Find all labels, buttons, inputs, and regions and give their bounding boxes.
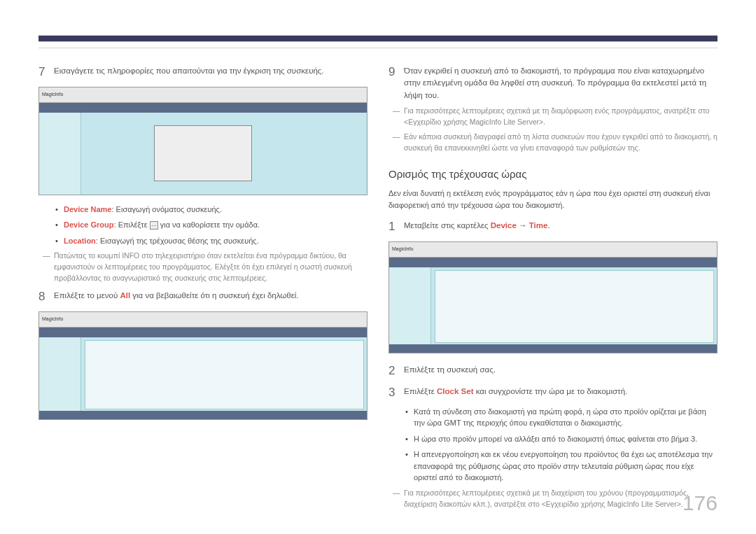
step-number: 1 — [388, 218, 404, 236]
step-text: Επιλέξτε το μενού All για να βεβαιωθείτε… — [54, 288, 368, 306]
note-dash-icon: ― — [43, 251, 54, 283]
content-columns: 7 Εισαγάγετε τις πληροφορίες που απαιτού… — [0, 42, 756, 514]
right-column: 9 Όταν εγκριθεί η συσκευή από το διακομι… — [388, 63, 718, 514]
screenshot-approve-device: MagicInfo — [38, 87, 368, 195]
field-label: Device Group — [64, 220, 114, 229]
step-8: 8 Επιλέξτε το μενού All για να βεβαιωθεί… — [38, 288, 368, 306]
field-label: Location — [64, 237, 96, 245]
note-text: Πατώντας το κουμπί INFO στο τηλεχειριστή… — [54, 251, 368, 283]
step-number: 7 — [38, 63, 54, 81]
step-text: Όταν εγκριθεί η συσκευή από το διακομιστ… — [404, 63, 718, 101]
step-number: 3 — [388, 384, 404, 402]
step-number: 9 — [388, 63, 404, 101]
step-text: Μεταβείτε στις καρτέλες Device → Time. — [404, 218, 718, 236]
note-info-button: ― Πατώντας το κουμπί INFO στο τηλεχειρισ… — [43, 251, 368, 283]
page-number: 176 — [682, 487, 718, 519]
field-label: Device Name — [64, 205, 112, 213]
note-schedule-config: ― Για περισσότερες λεπτομέρειες σχετικά … — [393, 106, 718, 128]
field-post: για να καθορίσετε την ομάδα. — [160, 220, 260, 229]
note-text: Για περισσότερες λεπτομέρειες σχετικά με… — [404, 106, 718, 128]
time-bullet-3: Η απενεργοποίηση και εκ νέου ενεργοποίησ… — [402, 449, 718, 484]
note-dash-icon: ― — [393, 488, 404, 510]
header-divider — [38, 48, 718, 48]
magicinfo-logo: MagicInfo — [42, 91, 63, 99]
screenshot-device-time: MagicInfo — [388, 241, 718, 353]
section-title-time: Ορισμός της τρέχουσας ώρας — [388, 167, 718, 183]
bullet-location: Location: Εισαγωγή της τρέχουσας θέσης τ… — [52, 235, 368, 247]
step-text: Εισαγάγετε τις πληροφορίες που απαιτούντ… — [54, 63, 368, 81]
step-text: Επιλέξτε Clock Set και συγχρονίστε την ώ… — [404, 384, 718, 402]
approve-dialog — [154, 125, 252, 181]
note-text: Εάν κάποια συσκευή διαγραφεί από τη λίστ… — [404, 132, 718, 154]
time-step-1: 1 Μεταβείτε στις καρτέλες Device → Time. — [388, 218, 718, 236]
step-text: Επιλέξτε τη συσκευή σας. — [404, 362, 718, 380]
time-bullet-1: Κατά τη σύνδεση στο διακομιστή για πρώτη… — [402, 406, 718, 429]
field-pre: Επιλέξτε — [118, 220, 148, 229]
bullet-device-name: Device Name: Εισαγωγή ονόματος συσκευής. — [52, 204, 368, 216]
magicinfo-logo: MagicInfo — [42, 316, 63, 323]
field-text: : Εισαγωγή της τρέχουσας θέσης της συσκε… — [96, 237, 259, 245]
step-9: 9 Όταν εγκριθεί η συσκευή από το διακομι… — [388, 63, 718, 101]
bullet-device-group: Device Group: Επιλέξτε ⋯ για να καθορίσε… — [52, 219, 368, 231]
time-step-2: 2 Επιλέξτε τη συσκευή σας. — [388, 362, 718, 380]
note-dash-icon: ― — [393, 106, 404, 128]
section-subtext: Δεν είναι δυνατή η εκτέλεση ενός προγράμ… — [388, 188, 718, 211]
step-number: 8 — [38, 288, 54, 306]
note-time-management: ― Για περισσότερες λεπτομέρειες σχετικά … — [393, 488, 718, 510]
note-text: Για περισσότερες λεπτομέρειες σχετικά με… — [404, 488, 718, 510]
step-number: 2 — [388, 362, 404, 380]
time-bullets: Κατά τη σύνδεση στο διακομιστή για πρώτη… — [402, 406, 718, 484]
magicinfo-logo: MagicInfo — [392, 246, 413, 253]
header-accent-bar — [38, 35, 718, 42]
browse-group-icon[interactable]: ⋯ — [150, 221, 158, 230]
note-device-deleted: ― Εάν κάποια συσκευή διαγραφεί από τη λί… — [393, 132, 718, 154]
left-column: 7 Εισαγάγετε τις πληροφορίες που απαιτού… — [38, 63, 368, 514]
note-dash-icon: ― — [393, 132, 404, 154]
step-7: 7 Εισαγάγετε τις πληροφορίες που απαιτού… — [38, 63, 368, 81]
field-text: : Εισαγωγή ονόματος συσκευής. — [112, 205, 222, 213]
screenshot-all-menu: MagicInfo — [38, 311, 368, 420]
device-fields-list: Device Name: Εισαγωγή ονόματος συσκευής.… — [52, 204, 368, 247]
time-bullet-2: Η ώρα στο προϊόν μπορεί να αλλάξει από τ… — [402, 433, 718, 445]
time-step-3: 3 Επιλέξτε Clock Set και συγχρονίστε την… — [388, 384, 718, 402]
